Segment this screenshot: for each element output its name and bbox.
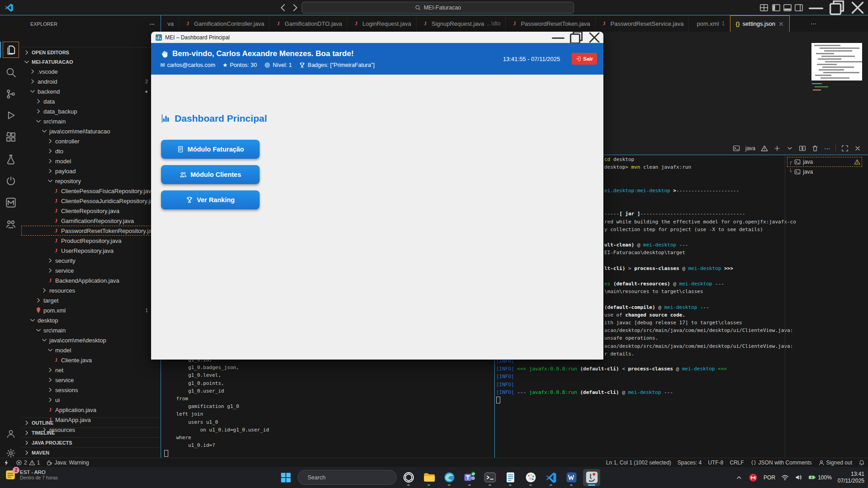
tree-item-data[interactable]: data — [21, 96, 161, 106]
tray-chevron-up-icon[interactable] — [735, 474, 743, 481]
activity-testing-icon[interactable] — [0, 149, 21, 169]
taskbar-java-app-icon[interactable] — [583, 469, 600, 486]
terminal-more-icon[interactable]: ⋯ — [824, 145, 830, 152]
customize-layout-icon[interactable] — [759, 3, 768, 12]
root-folder-row[interactable]: MEI-FATURACAO — [21, 57, 161, 67]
tree-item-PasswordResetTokenRepository.java[interactable]: JPasswordResetTokenRepository.java — [21, 226, 161, 236]
explorer-more-icon[interactable]: ⋯ — [150, 21, 155, 27]
open-editors-section[interactable]: OPEN EDITORS — [21, 47, 161, 57]
speaker-icon[interactable] — [795, 474, 802, 481]
tree-item-ProductRepository.java[interactable]: JProductRepository.java — [21, 236, 161, 246]
section-outline[interactable]: OUTLINE — [21, 417, 161, 427]
section-java-projects[interactable]: JAVA PROJECTS — [21, 437, 161, 447]
tree-item-sessions[interactable]: sessions — [21, 385, 161, 395]
taskbar-terminal-app-icon[interactable] — [481, 469, 498, 486]
tree-item-net[interactable]: net — [21, 365, 161, 375]
tree-item-ClientePessoaJuridicaRepository.java[interactable]: JClientePessoaJuridicaRepository.java — [21, 196, 161, 206]
activity-maven-icon[interactable] — [0, 193, 21, 213]
terminal-dropdown-icon[interactable] — [786, 145, 793, 152]
app-close-button[interactable] — [585, 32, 603, 43]
tree-item-repository[interactable]: repository — [21, 176, 161, 186]
tree-item-BackendApplication.java[interactable]: JBackendApplication.java — [21, 275, 161, 285]
terminal-warning-icon[interactable] — [761, 145, 768, 152]
terminal-icon[interactable] — [733, 145, 740, 152]
terminal-right-pane[interactable]: cd desktopdesktop> mvn clean javafx:rune… — [604, 156, 796, 358]
tree-item-Cliente.java[interactable]: JCliente.java — [21, 355, 161, 365]
activity-account-icon[interactable] — [0, 424, 21, 444]
tree-item-payload[interactable]: payload — [21, 166, 161, 176]
activity-explorer-icon[interactable] — [0, 40, 21, 60]
tree-item-pom.xml[interactable]: pom.xml1 — [21, 305, 161, 315]
tab-LoginRequest.java[interactable]: JLoginRequest.java — [347, 15, 417, 32]
taskbar-vscode-app-icon[interactable] — [542, 469, 560, 486]
taskbar-word-icon[interactable] — [563, 469, 580, 486]
app-minimize-button[interactable] — [549, 32, 567, 43]
section-maven[interactable]: MAVEN — [21, 447, 161, 457]
tree-item-src-main[interactable]: src\main — [21, 325, 161, 335]
tree-item-model[interactable]: model — [21, 345, 161, 355]
tab-PasswordResetService.java[interactable]: JPasswordResetService.java — [596, 15, 689, 32]
status-bell[interactable] — [855, 458, 868, 467]
tree-item-ClientePessoaFisicaRepository.java[interactable]: JClientePessoaFisicaRepository.java — [21, 186, 161, 196]
tree-item-ClienteRepository.java[interactable]: JClienteRepository.java — [21, 206, 161, 216]
tree-item-GamificationRepository.java[interactable]: JGamificationRepository.java — [21, 216, 161, 226]
tab-SignupRequest.java[interactable]: JSignupRequest.java...\dto — [417, 15, 506, 32]
button-m-dulo-clientes[interactable]: Módulo Clientes — [161, 165, 260, 184]
tree-item-service[interactable]: service — [21, 375, 161, 385]
tree-item-target[interactable]: target — [21, 295, 161, 305]
taskbar-edge-icon[interactable] — [441, 469, 458, 486]
tree-item-controller[interactable]: controller — [21, 136, 161, 146]
terminal-left-pane[interactable]: g1_0.id, g1_0.badges_json, g1_0.level, g… — [164, 356, 269, 457]
terminal-right-pane-info[interactable]: [INFO][INFO] <<< javafx:0.0.8:run (defau… — [496, 357, 727, 404]
tab-close-icon[interactable] — [778, 21, 784, 27]
tree-item-android[interactable]: android2 — [21, 76, 161, 86]
problems-indicator[interactable]: 2 1 — [13, 458, 43, 467]
tree-item-security[interactable]: security — [21, 256, 161, 265]
more-actions-icon[interactable]: ⋯ — [811, 20, 816, 27]
terminal-profile-label[interactable]: java — [745, 145, 755, 152]
tree-item-.vscode[interactable]: .vscode — [21, 66, 161, 76]
status-spaces-4[interactable]: Spaces: 4 — [674, 458, 705, 467]
button-ver-ranking[interactable]: Ver Ranking — [161, 190, 260, 209]
battery-indicator[interactable]: 100% — [808, 474, 832, 481]
activity-run-debug-icon[interactable] — [0, 105, 21, 125]
tree-item-dto[interactable]: dto — [21, 146, 161, 156]
sair-button[interactable]: Sair — [572, 53, 597, 65]
java-status[interactable]: Java: Warning — [43, 458, 92, 467]
wifi-icon[interactable] — [781, 474, 789, 481]
app-maximize-button[interactable] — [567, 32, 585, 43]
taskbar-teams-icon[interactable] — [461, 469, 478, 486]
activity-menu-icon[interactable] — [0, 16, 21, 36]
taskbar-start-icon[interactable] — [277, 469, 294, 486]
activity-spring-boot-icon[interactable] — [0, 171, 21, 191]
window-close-button[interactable] — [847, 0, 868, 15]
minimap[interactable] — [811, 43, 862, 81]
tree-item-model[interactable]: model — [21, 156, 161, 166]
window-restore-button[interactable] — [826, 0, 847, 15]
toggle-sidebar-icon[interactable] — [772, 3, 781, 12]
button-m-dulo-fatura-o[interactable]: Módulo Faturação — [161, 140, 260, 159]
taskbar-chatgpt-icon[interactable] — [400, 469, 417, 486]
terminal-tab-java[interactable]: ┌java — [787, 157, 862, 167]
status-json-with-comments[interactable]: JSON with Comments — [747, 458, 815, 467]
tree-item-java-com-mei-desktop[interactable]: java\com\mei\desktop — [21, 335, 161, 345]
window-minimize-button[interactable] — [806, 0, 826, 15]
status-signed-out[interactable]: Signed out — [815, 458, 855, 467]
tab-GamificationController.java[interactable]: JGamificationController.java — [179, 15, 270, 32]
tree-item-java-com-mei-faturacao[interactable]: java\com\mei\faturacao — [21, 126, 161, 136]
section-timeline[interactable]: TIMELINE — [21, 427, 161, 437]
tab-pom.xml[interactable]: pom.xml1 — [689, 15, 730, 32]
taskbar-paint-icon[interactable] — [522, 469, 539, 486]
toggle-panel-icon[interactable] — [783, 3, 792, 12]
taskbar-clock[interactable]: 13:41 07/11/2025 — [838, 471, 864, 484]
activity-search-icon[interactable] — [0, 62, 21, 82]
status-utf-8[interactable]: UTF-8 — [705, 458, 726, 467]
new-terminal-icon[interactable] — [773, 145, 781, 152]
nav-back-button[interactable] — [278, 3, 288, 13]
taskbar-file-explorer-icon[interactable] — [420, 469, 437, 486]
toggle-secondary-sidebar-icon[interactable] — [794, 3, 803, 12]
tree-item-service[interactable]: service — [21, 265, 161, 275]
tree-item-UserRepository.java[interactable]: JUserRepository.java — [21, 246, 161, 256]
language-indicator[interactable]: POR — [764, 474, 775, 481]
activity-sessions-icon[interactable] — [0, 214, 21, 234]
